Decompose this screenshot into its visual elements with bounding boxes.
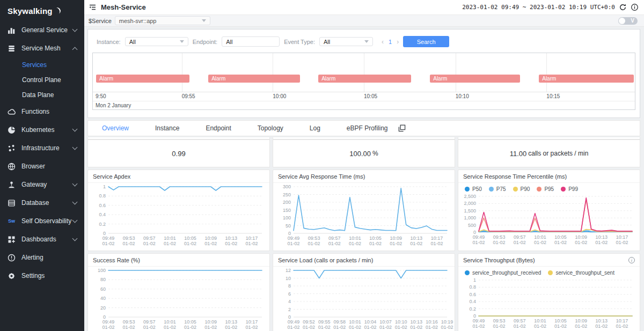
legend-item-P90[interactable]: P90: [513, 186, 530, 192]
sidebar: Skywalking General ServiceService MeshSe…: [0, 0, 84, 331]
sidebar-item-label: Services: [22, 61, 77, 69]
sidebar-item-control-plane[interactable]: Control Plane: [0, 72, 84, 87]
svg-text:0.4: 0.4: [469, 299, 476, 304]
alarm-event-bar[interactable]: Alarm: [539, 75, 634, 83]
svg-text:01-02: 01-02: [308, 241, 320, 246]
alarm-event-bar[interactable]: Alarm: [96, 75, 189, 83]
sidebar-item-browser[interactable]: Browser: [0, 157, 84, 175]
tab-instance[interactable]: Instance: [155, 124, 179, 132]
tab-ebpf-profiling[interactable]: eBPF Profiling: [347, 124, 388, 132]
svg-text:10:09: 10:09: [204, 236, 217, 241]
endpoint-input[interactable]: [222, 36, 280, 47]
prev-page-button[interactable]: ‹: [382, 38, 384, 46]
svg-text:100: 100: [283, 215, 291, 220]
search-button[interactable]: Search: [403, 36, 449, 47]
sidebar-item-data-plane[interactable]: Data Plane: [0, 87, 84, 102]
alarm-event-bar[interactable]: Alarm: [430, 75, 520, 83]
svg-text:10:05: 10:05: [554, 234, 567, 240]
tab-topology[interactable]: Topology: [258, 124, 283, 132]
timeline-chart: AlarmAlarmAlarmAlarmAlarm: [93, 53, 635, 92]
alarm-event-bar[interactable]: Alarm: [318, 75, 411, 83]
svg-text:01-02: 01-02: [164, 241, 176, 246]
legend-item-P75[interactable]: P75: [489, 186, 506, 192]
copy-icon[interactable]: [398, 124, 406, 132]
time-range-picker[interactable]: 2023-01-02 09:49 ~ 2023-01-02 10:19 UTC+…: [462, 4, 615, 11]
sidebar-item-services[interactable]: Services: [0, 57, 84, 72]
event-panel: Instance: All Endpoint: Event Type: All …: [87, 29, 640, 118]
tab-endpoint[interactable]: Endpoint: [206, 124, 231, 132]
auto-refresh-toggle[interactable]: V: [618, 17, 638, 25]
instance-select[interactable]: All: [125, 37, 188, 46]
chart-card-service-throughput-bytes-: Service Throughput (Bytes)iservice_throu…: [458, 253, 640, 331]
legend-dot: [465, 270, 470, 275]
sidebar-item-general-service[interactable]: General Service: [0, 21, 84, 39]
svg-text:10:01: 10:01: [349, 319, 361, 325]
chart-info-icon[interactable]: i: [628, 257, 635, 263]
globe-icon: [8, 163, 16, 171]
page-number[interactable]: 1: [389, 39, 392, 45]
sidebar-item-label: General Service: [21, 26, 73, 34]
charts-row-1: Service Apdex00.20.40.60.8109:4901-0209:…: [87, 170, 640, 251]
chart-title: Service Response Time Percentile (ms): [463, 173, 567, 180]
svg-text:01-02: 01-02: [390, 241, 402, 246]
next-page-button[interactable]: ›: [397, 38, 399, 46]
sidebar-item-kubernetes[interactable]: Kubernetes: [0, 121, 84, 139]
grid-icon: [8, 236, 16, 244]
sidebar-item-service-mesh[interactable]: Service Mesh: [0, 39, 84, 57]
tab-log[interactable]: Log: [310, 124, 320, 132]
timeline-tick-label: 10:05: [364, 93, 377, 99]
timeline-tick-label: 10:10: [456, 93, 469, 99]
sidebar-item-settings[interactable]: Settings: [0, 267, 84, 285]
svg-text:8: 8: [288, 283, 291, 289]
chart-plot: 05010015020025030009:4901-0209:5301-0209…: [273, 183, 455, 248]
svg-text:300: 300: [283, 184, 291, 189]
svg-text:01-02: 01-02: [514, 323, 526, 329]
svg-text:10:07: 10:07: [379, 319, 392, 325]
svg-text:01-02: 01-02: [430, 241, 443, 246]
sidebar-item-functions[interactable]: Functions: [0, 102, 84, 121]
top-bar: Mesh-Service 2023-01-02 09:49 ~ 2023-01-…: [84, 0, 644, 15]
sidebar-item-gateway[interactable]: Gateway: [0, 175, 84, 194]
svg-text:01-02: 01-02: [184, 325, 196, 330]
sidebar-item-infrastructure[interactable]: Infrastructure: [0, 139, 84, 157]
service-select-value: mesh-svr::app: [119, 18, 157, 24]
legend-item-P50[interactable]: P50: [465, 186, 482, 192]
svg-text:01-02: 01-02: [225, 241, 237, 246]
service-select[interactable]: mesh-svr::app: [115, 16, 210, 25]
event-type-select[interactable]: All: [319, 37, 373, 46]
legend-item-service_throughput_received[interactable]: service_throughput_received: [465, 270, 541, 276]
svg-text:12: 12: [286, 268, 291, 273]
metric-unit: %: [372, 150, 378, 157]
dashboard-tabs-bar: OverviewInstanceEndpointTopologyLogeBPF …: [87, 120, 640, 136]
endpoint-filter-label: Endpoint:: [193, 39, 217, 45]
app-logo[interactable]: Skywalking: [0, 0, 84, 21]
sidebar-item-self-observability[interactable]: SwSelf Observability: [0, 212, 84, 230]
sidebar-item-dashboards[interactable]: Dashboards: [0, 230, 84, 248]
chart-legend: service_throughput_receivedservice_throu…: [458, 267, 640, 276]
svg-text:500: 500: [468, 223, 476, 228]
tab-overview[interactable]: Overview: [102, 124, 129, 132]
chevron-down-icon: [72, 218, 78, 223]
legend-item-P99[interactable]: P99: [561, 186, 578, 192]
svg-text:01-02: 01-02: [328, 241, 341, 246]
refresh-icon[interactable]: [619, 3, 627, 11]
svg-text:09:49: 09:49: [288, 236, 300, 241]
tabs-nav: OverviewInstanceEndpointTopologyLogeBPF …: [102, 124, 414, 132]
svg-text:01-02: 01-02: [164, 325, 176, 330]
svg-text:0.6: 0.6: [99, 203, 106, 208]
metric-value: 0.99: [172, 150, 185, 158]
svg-text:0.2: 0.2: [469, 306, 476, 312]
chevron-up-icon: [72, 47, 78, 52]
svg-text:10:16: 10:16: [426, 319, 438, 325]
info-icon[interactable]: [631, 3, 639, 11]
legend-item-P95[interactable]: P95: [537, 186, 554, 192]
dots-icon: [8, 144, 16, 152]
metric-value: 100.00: [349, 150, 371, 158]
collapse-sidebar-icon[interactable]: [89, 3, 97, 11]
sidebar-item-alerting[interactable]: Alerting: [0, 248, 84, 267]
svg-text:01-02: 01-02: [514, 240, 526, 245]
alarm-event-bar[interactable]: Alarm: [208, 75, 300, 83]
legend-item-service_throughput_sent[interactable]: service_throughput_sent: [548, 270, 614, 276]
sidebar-item-database[interactable]: Database: [0, 194, 84, 212]
toggle-label: V: [631, 18, 634, 24]
